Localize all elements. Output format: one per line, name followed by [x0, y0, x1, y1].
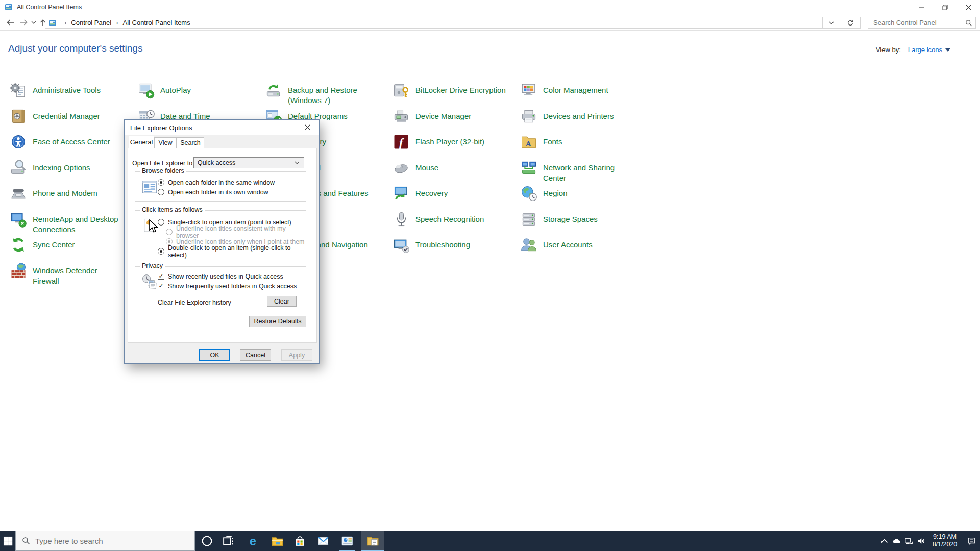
edge-taskbar-icon[interactable]: e — [241, 531, 264, 551]
cp-item-speech-recognition[interactable]: Speech Recognition — [392, 207, 518, 229]
control-panel-taskbar-icon[interactable] — [336, 531, 358, 551]
chevron-down-icon — [295, 161, 300, 164]
address-bar[interactable]: › Control Panel › All Control Panel Item… — [45, 17, 823, 29]
restore-defaults-button[interactable]: Restore Defaults — [249, 316, 306, 327]
refresh-button[interactable] — [840, 17, 861, 29]
tab-view[interactable]: View — [154, 137, 177, 148]
flash-player-icon: f — [392, 133, 410, 151]
click-items-group: Click items as follows Single-click to o… — [135, 210, 306, 259]
clear-button[interactable]: Clear — [267, 296, 297, 307]
option-label: Open each folder in the same window — [168, 179, 275, 186]
taskbar-search-input[interactable] — [34, 536, 194, 546]
network-sharing-icon — [520, 159, 538, 177]
cp-item-label: BitLocker Drive Encryption — [415, 78, 518, 95]
tray-chevron-icon[interactable] — [878, 531, 890, 551]
cp-item-label: Fonts — [543, 129, 645, 147]
browse-folders-legend: Browse folders — [140, 167, 186, 174]
mail-taskbar-icon[interactable] — [312, 531, 334, 551]
cp-item-color-management[interactable]: Color Management — [520, 78, 645, 99]
cp-item-label: RemoteApp and Desktop Connections — [33, 207, 122, 235]
cp-item-flash-player-32-bit[interactable]: fFlash Player (32-bit) — [392, 129, 518, 151]
task-view-button[interactable] — [217, 531, 239, 551]
radio-open-each-folder-in-its-own-window[interactable]: Open each folder in its own window — [158, 187, 306, 197]
open-to-combobox[interactable]: Quick access — [193, 157, 304, 168]
checkbox-show-recently-used-files-in-quick-access[interactable]: ✓Show recently used files in Quick acces… — [158, 271, 306, 281]
explorer-search[interactable] — [868, 17, 976, 29]
cp-item-region[interactable]: Region — [520, 181, 645, 203]
store-taskbar-icon[interactable] — [288, 531, 311, 551]
radio-button[interactable] — [158, 189, 164, 195]
cp-item-troubleshooting[interactable]: Troubleshooting — [392, 232, 518, 254]
tab-general[interactable]: General — [129, 136, 154, 148]
radio-open-each-folder-in-the-same-window[interactable]: Open each folder in the same window — [158, 178, 306, 187]
cp-item-network-and-sharing-center[interactable]: Network and Sharing Center — [520, 155, 622, 183]
cp-item-device-manager[interactable]: Device Manager — [392, 104, 518, 126]
cortana-button[interactable] — [195, 531, 218, 551]
cp-item-bitlocker-drive-encryption[interactable]: BitLocker Drive Encryption — [392, 78, 518, 99]
cp-item-label: User Accounts — [543, 232, 645, 250]
option-label: Double-click to open an item (single-cli… — [168, 244, 306, 259]
cancel-button[interactable]: Cancel — [240, 349, 271, 361]
cp-item-user-accounts[interactable]: User Accounts — [520, 232, 645, 254]
back-button[interactable] — [3, 15, 17, 30]
cp-item-windows-defender-firewall[interactable]: Windows Defender Firewall — [9, 258, 109, 286]
apply-button[interactable]: Apply — [281, 349, 312, 361]
onedrive-cloud-icon[interactable] — [890, 531, 902, 551]
network-icon[interactable] — [902, 531, 915, 551]
volume-icon[interactable] — [915, 531, 927, 551]
radio-button[interactable] — [158, 248, 164, 255]
clock[interactable]: 9:19 AM 8/1/2020 — [929, 533, 961, 548]
close-button[interactable] — [957, 0, 980, 14]
breadcrumb-control-panel[interactable]: Control Panel — [71, 19, 111, 27]
breadcrumb-separator: › — [111, 19, 122, 27]
privacy-icon — [141, 273, 158, 291]
cp-item-fonts[interactable]: AFonts — [520, 129, 645, 151]
checkbox-show-frequently-used-folders-in-quick-ac[interactable]: ✓Show frequently used folders in Quick a… — [158, 281, 306, 291]
radio-double-click-to-open-an-item-single-clic[interactable]: Double-click to open an item (single-cli… — [158, 246, 306, 256]
ok-button[interactable]: OK — [199, 349, 230, 361]
cp-item-storage-spaces[interactable]: Storage Spaces — [520, 207, 645, 229]
restore-button[interactable] — [933, 0, 957, 14]
cp-item-label: Troubleshooting — [415, 232, 518, 250]
chevron-down-icon — [945, 48, 950, 52]
cp-item-label: Color Management — [543, 78, 645, 95]
cp-item-recovery[interactable]: Recovery — [392, 181, 518, 203]
cp-item-ease-of-access-center[interactable]: Ease of Access Center — [9, 129, 135, 151]
search-input[interactable] — [868, 19, 965, 27]
breadcrumb-all-items[interactable]: All Control Panel Items — [122, 19, 190, 27]
file-explorer-options-taskbar-icon[interactable] — [361, 531, 384, 551]
cp-item-mouse[interactable]: Mouse — [392, 155, 518, 177]
search-icon — [16, 537, 34, 545]
fonts-icon: A — [520, 133, 538, 151]
cp-item-label: Credential Manager — [33, 104, 135, 121]
bitlocker-icon — [392, 81, 410, 99]
cp-item-credential-manager[interactable]: Credential Manager — [9, 104, 135, 126]
cp-item-administrative-tools[interactable]: Administrative Tools — [9, 78, 135, 99]
action-center-icon[interactable] — [963, 531, 980, 551]
view-by-selector[interactable]: Large icons — [908, 46, 950, 54]
control-panel-icon — [5, 3, 13, 11]
taskbar-search[interactable] — [15, 531, 195, 551]
ease-of-access-icon — [9, 133, 28, 151]
checkbox[interactable]: ✓ — [158, 273, 164, 280]
start-button[interactable] — [0, 531, 15, 551]
radio-button[interactable] — [158, 179, 164, 186]
cp-item-devices-and-printers[interactable]: Devices and Printers — [520, 104, 645, 126]
cp-item-remoteapp-and-desktop-connections[interactable]: RemoteApp and Desktop Connections — [9, 207, 122, 235]
remoteapp-icon — [9, 210, 28, 229]
cp-item-label: Storage Spaces — [543, 207, 645, 224]
checkbox[interactable]: ✓ — [158, 283, 164, 289]
cp-item-sync-center[interactable]: Sync Center — [9, 232, 135, 254]
forward-button[interactable] — [17, 15, 31, 30]
cp-item-phone-and-modem[interactable]: Phone and Modem — [9, 181, 135, 203]
cp-item-indexing-options[interactable]: Indexing Options — [9, 155, 135, 177]
dialog-close-button[interactable] — [296, 120, 319, 135]
cp-item-backup-and-restore-windows-7[interactable]: Backup and Restore (Windows 7) — [264, 78, 364, 106]
browse-folders-group: Browse folders Open each folder in the s… — [135, 171, 306, 202]
address-dropdown-button[interactable] — [823, 17, 840, 29]
cp-item-autoplay[interactable]: AutoPlay — [137, 78, 262, 99]
tab-search[interactable]: Search — [177, 137, 204, 148]
troubleshooting-icon — [392, 236, 410, 254]
minimize-button[interactable] — [910, 0, 933, 14]
file-explorer-taskbar-icon[interactable] — [266, 531, 288, 551]
